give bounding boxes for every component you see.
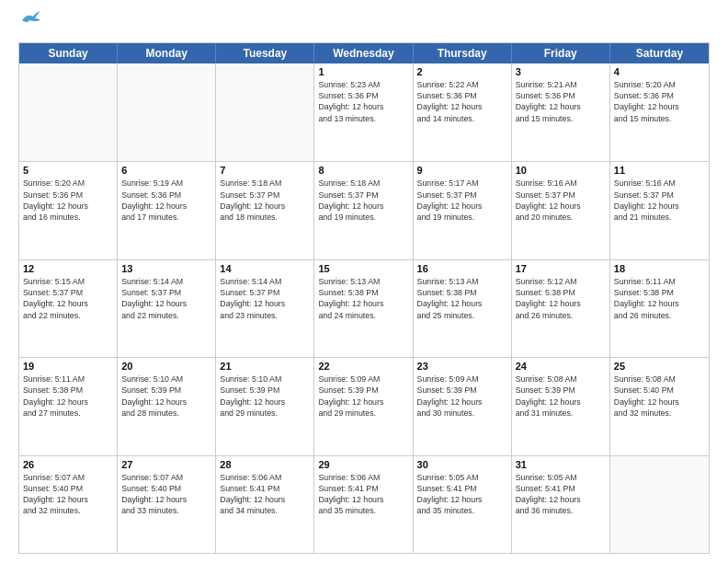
day-info: Sunrise: 5:05 AM Sunset: 5:41 PM Dayligh… [417,472,507,517]
day-number: 29 [318,459,408,470]
day-number: 14 [220,263,310,274]
day-cell-31: 31Sunrise: 5:05 AM Sunset: 5:41 PM Dayli… [512,456,610,553]
day-cell-6: 6Sunrise: 5:19 AM Sunset: 5:36 PM Daylig… [118,162,216,259]
day-cell-23: 23Sunrise: 5:09 AM Sunset: 5:39 PM Dayli… [414,358,512,454]
day-cell-12: 12Sunrise: 5:15 AM Sunset: 5:37 PM Dayli… [19,260,118,357]
day-number: 24 [516,361,606,372]
day-cell-empty-4-6 [610,456,709,553]
day-info: Sunrise: 5:18 AM Sunset: 5:37 PM Dayligh… [318,178,408,223]
day-info: Sunrise: 5:20 AM Sunset: 5:36 PM Dayligh… [23,178,113,223]
day-info: Sunrise: 5:08 AM Sunset: 5:40 PM Dayligh… [614,373,705,419]
day-cell-22: 22Sunrise: 5:09 AM Sunset: 5:39 PM Dayli… [314,358,413,454]
day-cell-26: 26Sunrise: 5:07 AM Sunset: 5:40 PM Dayli… [19,456,118,553]
day-info: Sunrise: 5:07 AM Sunset: 5:40 PM Dayligh… [121,472,211,517]
calendar-row-3: 19Sunrise: 5:11 AM Sunset: 5:38 PM Dayli… [19,357,709,454]
weekday-header-monday: Monday [118,43,216,63]
day-cell-7: 7Sunrise: 5:18 AM Sunset: 5:37 PM Daylig… [216,162,314,259]
weekday-header-tuesday: Tuesday [216,43,314,63]
day-number: 17 [516,263,606,274]
day-number: 15 [318,263,408,274]
logo [18,15,40,33]
day-cell-29: 29Sunrise: 5:06 AM Sunset: 5:41 PM Dayli… [314,456,413,553]
day-info: Sunrise: 5:06 AM Sunset: 5:41 PM Dayligh… [220,472,310,517]
day-info: Sunrise: 5:17 AM Sunset: 5:37 PM Dayligh… [417,178,507,223]
day-cell-3: 3Sunrise: 5:21 AM Sunset: 5:36 PM Daylig… [512,63,610,161]
day-number: 28 [220,459,310,470]
day-cell-30: 30Sunrise: 5:05 AM Sunset: 5:41 PM Dayli… [414,456,512,553]
day-number: 13 [121,263,211,274]
day-cell-18: 18Sunrise: 5:11 AM Sunset: 5:38 PM Dayli… [610,260,709,357]
day-info: Sunrise: 5:20 AM Sunset: 5:36 PM Dayligh… [614,79,705,124]
day-cell-10: 10Sunrise: 5:16 AM Sunset: 5:37 PM Dayli… [512,162,610,259]
day-info: Sunrise: 5:07 AM Sunset: 5:40 PM Dayligh… [23,472,113,517]
day-cell-21: 21Sunrise: 5:10 AM Sunset: 5:39 PM Dayli… [216,358,314,454]
day-cell-24: 24Sunrise: 5:08 AM Sunset: 5:39 PM Dayli… [512,358,610,454]
day-number: 21 [220,361,310,372]
day-cell-1: 1Sunrise: 5:23 AM Sunset: 5:36 PM Daylig… [314,63,413,161]
day-info: Sunrise: 5:10 AM Sunset: 5:39 PM Dayligh… [220,373,310,419]
day-number: 11 [614,165,705,176]
day-cell-9: 9Sunrise: 5:17 AM Sunset: 5:37 PM Daylig… [414,162,512,259]
day-number: 18 [614,263,705,274]
day-number: 9 [417,165,507,176]
day-info: Sunrise: 5:14 AM Sunset: 5:37 PM Dayligh… [220,276,310,321]
day-info: Sunrise: 5:08 AM Sunset: 5:39 PM Dayligh… [516,373,606,419]
day-info: Sunrise: 5:14 AM Sunset: 5:37 PM Dayligh… [121,276,211,321]
day-cell-5: 5Sunrise: 5:20 AM Sunset: 5:36 PM Daylig… [19,162,118,259]
day-info: Sunrise: 5:21 AM Sunset: 5:36 PM Dayligh… [516,79,606,124]
weekday-header-wednesday: Wednesday [314,43,413,63]
calendar-row-1: 5Sunrise: 5:20 AM Sunset: 5:36 PM Daylig… [19,161,709,259]
day-cell-8: 8Sunrise: 5:18 AM Sunset: 5:37 PM Daylig… [314,162,413,259]
day-number: 26 [23,459,113,470]
calendar-row-0: 1Sunrise: 5:23 AM Sunset: 5:36 PM Daylig… [19,63,709,161]
weekday-header-friday: Friday [512,43,610,63]
day-cell-2: 2Sunrise: 5:22 AM Sunset: 5:36 PM Daylig… [414,63,512,161]
day-number: 19 [23,361,113,372]
day-cell-empty-0-1 [118,63,216,161]
day-number: 27 [121,459,211,470]
calendar-row-2: 12Sunrise: 5:15 AM Sunset: 5:37 PM Dayli… [19,259,709,357]
day-cell-17: 17Sunrise: 5:12 AM Sunset: 5:38 PM Dayli… [512,260,610,357]
logo-bird-icon [20,11,40,28]
day-cell-16: 16Sunrise: 5:13 AM Sunset: 5:38 PM Dayli… [414,260,512,357]
day-info: Sunrise: 5:16 AM Sunset: 5:37 PM Dayligh… [516,178,606,223]
day-number: 7 [220,165,310,176]
day-cell-15: 15Sunrise: 5:13 AM Sunset: 5:38 PM Dayli… [314,260,413,357]
day-info: Sunrise: 5:15 AM Sunset: 5:37 PM Dayligh… [23,276,113,321]
day-cell-14: 14Sunrise: 5:14 AM Sunset: 5:37 PM Dayli… [216,260,314,357]
day-number: 30 [417,459,507,470]
day-cell-19: 19Sunrise: 5:11 AM Sunset: 5:38 PM Dayli… [19,358,118,454]
day-info: Sunrise: 5:18 AM Sunset: 5:37 PM Dayligh… [220,178,310,223]
day-info: Sunrise: 5:11 AM Sunset: 5:38 PM Dayligh… [614,276,705,321]
page: SundayMondayTuesdayWednesdayThursdayFrid… [0,0,728,563]
day-number: 23 [417,361,507,372]
day-info: Sunrise: 5:12 AM Sunset: 5:38 PM Dayligh… [516,276,606,321]
day-number: 5 [23,165,113,176]
day-cell-25: 25Sunrise: 5:08 AM Sunset: 5:40 PM Dayli… [610,358,709,454]
day-info: Sunrise: 5:23 AM Sunset: 5:36 PM Dayligh… [318,79,408,124]
day-number: 31 [516,459,606,470]
weekday-header-saturday: Saturday [610,43,709,63]
day-number: 10 [516,165,606,176]
day-cell-11: 11Sunrise: 5:16 AM Sunset: 5:37 PM Dayli… [610,162,709,259]
day-cell-4: 4Sunrise: 5:20 AM Sunset: 5:36 PM Daylig… [610,63,709,161]
day-number: 4 [614,66,705,77]
day-number: 8 [318,165,408,176]
day-info: Sunrise: 5:09 AM Sunset: 5:39 PM Dayligh… [318,373,408,419]
day-number: 20 [121,361,211,372]
calendar-body: 1Sunrise: 5:23 AM Sunset: 5:36 PM Daylig… [19,63,709,553]
day-number: 12 [23,263,113,274]
day-info: Sunrise: 5:19 AM Sunset: 5:36 PM Dayligh… [121,178,211,223]
day-number: 3 [516,66,606,77]
day-number: 16 [417,263,507,274]
day-info: Sunrise: 5:10 AM Sunset: 5:39 PM Dayligh… [121,373,211,419]
day-number: 1 [318,66,408,77]
day-info: Sunrise: 5:13 AM Sunset: 5:38 PM Dayligh… [417,276,507,321]
weekday-header-sunday: Sunday [19,43,118,63]
day-cell-empty-0-0 [19,63,118,161]
day-info: Sunrise: 5:06 AM Sunset: 5:41 PM Dayligh… [318,472,408,517]
day-info: Sunrise: 5:13 AM Sunset: 5:38 PM Dayligh… [318,276,408,321]
day-number: 2 [417,66,507,77]
day-info: Sunrise: 5:22 AM Sunset: 5:36 PM Dayligh… [417,79,507,124]
day-number: 22 [318,361,408,372]
